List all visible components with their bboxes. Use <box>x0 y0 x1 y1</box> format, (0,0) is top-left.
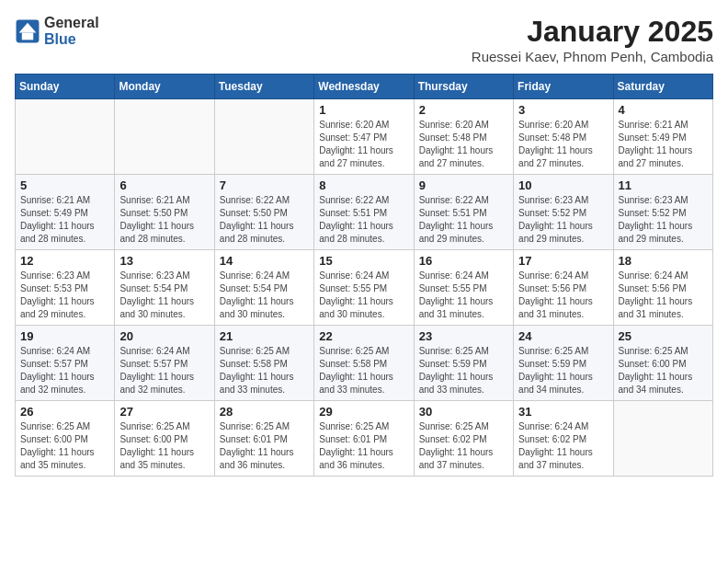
calendar-cell: 14Sunrise: 6:24 AMSunset: 5:54 PMDayligh… <box>214 250 313 326</box>
calendar-week-row: 19Sunrise: 6:24 AMSunset: 5:57 PMDayligh… <box>16 326 713 401</box>
day-number: 26 <box>20 405 109 419</box>
day-info: Sunrise: 6:25 AMSunset: 5:58 PMDaylight:… <box>319 345 408 396</box>
weekday-header-friday: Friday <box>514 75 613 99</box>
day-number: 31 <box>518 405 608 419</box>
day-info: Sunrise: 6:25 AMSunset: 6:00 PMDaylight:… <box>119 420 209 472</box>
calendar-cell: 2Sunrise: 6:20 AMSunset: 5:48 PMDaylight… <box>414 99 513 175</box>
calendar-cell: 11Sunrise: 6:23 AMSunset: 5:52 PMDayligh… <box>613 175 712 250</box>
day-number: 25 <box>619 329 708 343</box>
calendar-cell: 23Sunrise: 6:25 AMSunset: 5:59 PMDayligh… <box>414 326 513 401</box>
calendar-cell: 13Sunrise: 6:23 AMSunset: 5:54 PMDayligh… <box>115 250 214 326</box>
weekday-header-wednesday: Wednesday <box>314 75 414 99</box>
day-number: 9 <box>419 178 508 192</box>
calendar-cell: 29Sunrise: 6:25 AMSunset: 6:01 PMDayligh… <box>314 401 414 477</box>
day-info: Sunrise: 6:24 AMSunset: 5:57 PMDaylight:… <box>20 345 109 396</box>
day-number: 18 <box>619 254 708 268</box>
day-number: 19 <box>20 329 109 343</box>
day-info: Sunrise: 6:21 AMSunset: 5:50 PMDaylight:… <box>119 194 209 246</box>
calendar-cell: 26Sunrise: 6:25 AMSunset: 6:00 PMDayligh… <box>16 401 115 477</box>
day-number: 11 <box>619 178 708 192</box>
svg-rect-2 <box>22 32 33 40</box>
calendar-cell: 15Sunrise: 6:24 AMSunset: 5:55 PMDayligh… <box>314 250 414 326</box>
day-number: 14 <box>220 254 309 268</box>
day-number: 6 <box>119 178 209 192</box>
logo-general-text: General <box>44 15 99 31</box>
day-info: Sunrise: 6:20 AMSunset: 5:47 PMDaylight:… <box>319 119 408 170</box>
calendar-cell: 27Sunrise: 6:25 AMSunset: 6:00 PMDayligh… <box>115 401 214 477</box>
day-number: 12 <box>20 254 109 268</box>
calendar-cell: 10Sunrise: 6:23 AMSunset: 5:52 PMDayligh… <box>514 175 613 250</box>
calendar-body: 1Sunrise: 6:20 AMSunset: 5:47 PMDaylight… <box>16 99 713 477</box>
day-info: Sunrise: 6:24 AMSunset: 5:56 PMDaylight:… <box>619 270 708 321</box>
day-info: Sunrise: 6:25 AMSunset: 5:59 PMDaylight:… <box>419 345 508 396</box>
day-number: 20 <box>119 329 209 343</box>
day-info: Sunrise: 6:20 AMSunset: 5:48 PMDaylight:… <box>419 119 508 170</box>
day-info: Sunrise: 6:25 AMSunset: 6:01 PMDaylight:… <box>319 420 408 472</box>
day-number: 21 <box>220 329 309 343</box>
day-info: Sunrise: 6:23 AMSunset: 5:54 PMDaylight:… <box>119 270 209 321</box>
calendar-cell: 7Sunrise: 6:22 AMSunset: 5:50 PMDaylight… <box>214 175 313 250</box>
calendar-week-row: 12Sunrise: 6:23 AMSunset: 5:53 PMDayligh… <box>16 250 713 326</box>
day-info: Sunrise: 6:23 AMSunset: 5:52 PMDaylight:… <box>619 194 708 246</box>
location-title: Ruessei Kaev, Phnom Penh, Cambodia <box>472 49 713 64</box>
day-number: 10 <box>518 178 608 192</box>
calendar-cell: 18Sunrise: 6:24 AMSunset: 5:56 PMDayligh… <box>613 250 712 326</box>
day-info: Sunrise: 6:20 AMSunset: 5:48 PMDaylight:… <box>518 119 608 170</box>
calendar-week-row: 26Sunrise: 6:25 AMSunset: 6:00 PMDayligh… <box>16 401 713 477</box>
calendar-cell: 4Sunrise: 6:21 AMSunset: 5:49 PMDaylight… <box>613 99 712 175</box>
day-number: 3 <box>518 103 608 117</box>
weekday-header-sunday: Sunday <box>16 75 115 99</box>
day-info: Sunrise: 6:22 AMSunset: 5:50 PMDaylight:… <box>220 194 309 246</box>
calendar-week-row: 1Sunrise: 6:20 AMSunset: 5:47 PMDaylight… <box>16 99 713 175</box>
calendar-cell: 1Sunrise: 6:20 AMSunset: 5:47 PMDaylight… <box>314 99 414 175</box>
calendar-cell: 22Sunrise: 6:25 AMSunset: 5:58 PMDayligh… <box>314 326 414 401</box>
day-number: 16 <box>419 254 508 268</box>
day-number: 7 <box>220 178 309 192</box>
calendar-cell: 28Sunrise: 6:25 AMSunset: 6:01 PMDayligh… <box>214 401 313 477</box>
day-info: Sunrise: 6:25 AMSunset: 5:59 PMDaylight:… <box>518 345 608 396</box>
calendar-week-row: 5Sunrise: 6:21 AMSunset: 5:49 PMDaylight… <box>16 175 713 250</box>
logo-blue-text: Blue <box>44 31 99 48</box>
weekday-header-thursday: Thursday <box>414 75 513 99</box>
day-number: 13 <box>119 254 209 268</box>
calendar-cell: 25Sunrise: 6:25 AMSunset: 6:00 PMDayligh… <box>613 326 712 401</box>
calendar-cell: 21Sunrise: 6:25 AMSunset: 5:58 PMDayligh… <box>214 326 313 401</box>
title-area: January 2025 Ruessei Kaev, Phnom Penh, C… <box>472 15 713 64</box>
calendar-cell: 19Sunrise: 6:24 AMSunset: 5:57 PMDayligh… <box>16 326 115 401</box>
day-info: Sunrise: 6:22 AMSunset: 5:51 PMDaylight:… <box>419 194 508 246</box>
month-title: January 2025 <box>472 15 713 49</box>
day-info: Sunrise: 6:22 AMSunset: 5:51 PMDaylight:… <box>319 194 408 246</box>
day-number: 15 <box>319 254 408 268</box>
day-info: Sunrise: 6:24 AMSunset: 6:02 PMDaylight:… <box>518 420 608 472</box>
weekday-header-monday: Monday <box>115 75 214 99</box>
day-number: 23 <box>419 329 508 343</box>
calendar-cell: 24Sunrise: 6:25 AMSunset: 5:59 PMDayligh… <box>514 326 613 401</box>
logo: General Blue <box>15 15 99 47</box>
weekday-header-row: SundayMondayTuesdayWednesdayThursdayFrid… <box>16 75 713 99</box>
calendar-cell: 5Sunrise: 6:21 AMSunset: 5:49 PMDaylight… <box>16 175 115 250</box>
calendar-cell: 12Sunrise: 6:23 AMSunset: 5:53 PMDayligh… <box>16 250 115 326</box>
day-number: 2 <box>419 103 508 117</box>
calendar-cell <box>613 401 712 477</box>
day-info: Sunrise: 6:24 AMSunset: 5:57 PMDaylight:… <box>119 345 209 396</box>
day-number: 24 <box>518 329 608 343</box>
day-info: Sunrise: 6:24 AMSunset: 5:55 PMDaylight:… <box>319 270 408 321</box>
day-number: 22 <box>319 329 408 343</box>
calendar-cell: 6Sunrise: 6:21 AMSunset: 5:50 PMDaylight… <box>115 175 214 250</box>
day-info: Sunrise: 6:24 AMSunset: 5:56 PMDaylight:… <box>518 270 608 321</box>
day-info: Sunrise: 6:25 AMSunset: 6:02 PMDaylight:… <box>419 420 508 472</box>
calendar-table: SundayMondayTuesdayWednesdayThursdayFrid… <box>15 74 713 477</box>
day-number: 5 <box>20 178 109 192</box>
day-number: 30 <box>419 405 508 419</box>
day-info: Sunrise: 6:21 AMSunset: 5:49 PMDaylight:… <box>20 194 109 246</box>
logo-icon <box>15 18 40 44</box>
weekday-header-tuesday: Tuesday <box>214 75 313 99</box>
calendar-cell: 17Sunrise: 6:24 AMSunset: 5:56 PMDayligh… <box>514 250 613 326</box>
calendar-cell: 9Sunrise: 6:22 AMSunset: 5:51 PMDaylight… <box>414 175 513 250</box>
calendar-cell: 30Sunrise: 6:25 AMSunset: 6:02 PMDayligh… <box>414 401 513 477</box>
weekday-header-saturday: Saturday <box>613 75 712 99</box>
page-header: General Blue January 2025 Ruessei Kaev, … <box>15 15 713 64</box>
day-number: 1 <box>319 103 408 117</box>
day-number: 28 <box>220 405 309 419</box>
day-number: 29 <box>319 405 408 419</box>
